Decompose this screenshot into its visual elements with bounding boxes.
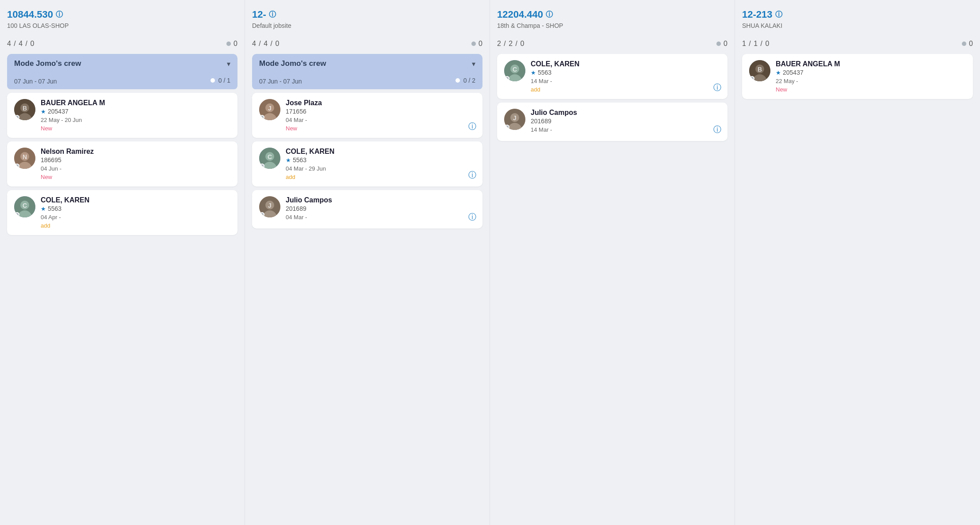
star-icon: ★	[41, 108, 46, 115]
avatar-status-dot	[260, 115, 264, 120]
column-col2: 12- ⓘ Default jobsite 4 / 4 / 0 0 Mode J…	[245, 0, 490, 525]
avatar-status-dot	[15, 212, 19, 217]
worker-info: Julio Campos 201689 14 Mar -	[531, 109, 720, 135]
svg-text:J: J	[268, 105, 272, 112]
crew-name: Mode Jomo's crew	[14, 59, 81, 68]
worker-name: BAUER ANGELA M	[776, 60, 966, 68]
worker-status-new: New	[286, 125, 475, 132]
stats-right: 0	[962, 40, 973, 48]
column-title-text: 10844.530	[7, 9, 53, 20]
column-header: 12204.440 ⓘ 18th & Champa - SHOP	[497, 9, 727, 34]
column-subtitle: SHUA KALAKI	[742, 22, 973, 29]
crew-dot	[211, 78, 215, 83]
worker-status-add: add	[286, 174, 475, 180]
worker-avatar: N	[14, 148, 35, 169]
column-info-icon[interactable]: ⓘ	[56, 10, 63, 19]
crew-count: 0 / 2	[456, 77, 475, 84]
worker-status-add: add	[531, 86, 720, 93]
status-dot	[962, 42, 966, 46]
worker-id: ★ 5563	[286, 156, 475, 164]
stats-right: 0	[471, 40, 482, 48]
worker-card[interactable]: N Nelson Ramirez 186695 04 Jun - New	[7, 141, 237, 186]
column-subtitle: 18th & Champa - SHOP	[497, 22, 727, 29]
chevron-down-icon[interactable]: ▾	[227, 60, 230, 68]
worker-avatar: B	[749, 60, 770, 81]
column-info-icon[interactable]: ⓘ	[775, 10, 782, 19]
crew-dates: 07 Jun - 07 Jun	[14, 78, 57, 85]
worker-dates: 22 May - 20 Jun	[41, 117, 230, 123]
star-icon: ★	[286, 157, 291, 164]
worker-card[interactable]: C COLE, KAREN ★ 5563 04 Mar - 29 Jun add…	[252, 141, 482, 186]
worker-card[interactable]: J Julio Campos 201689 14 Mar - ⓘ	[497, 103, 727, 141]
kanban-board: 10844.530 ⓘ 100 LAS OLAS-SHOP 4 / 4 / 0 …	[0, 0, 980, 525]
worker-info: Jose Plaza 171656 04 Mar - New	[286, 99, 475, 132]
worker-id: ★ 205437	[41, 108, 230, 115]
column-title-text: 12-	[252, 9, 266, 20]
avatar-status-dot	[260, 164, 264, 168]
worker-id: 186695	[41, 156, 230, 164]
worker-dates: 04 Jun -	[41, 165, 230, 172]
info-icon[interactable]: ⓘ	[468, 170, 476, 180]
worker-card[interactable]: C COLE, KAREN ★ 5563 14 Mar - add ⓘ	[497, 54, 727, 99]
stats-counts: 4 / 4 / 0	[252, 40, 279, 48]
info-icon[interactable]: ⓘ	[713, 124, 721, 135]
crew-dates-row: 07 Jun - 07 Jun 0 / 1	[14, 76, 230, 85]
avatar-status-dot	[505, 76, 509, 81]
column-title: 12- ⓘ	[252, 9, 482, 20]
column-title-text: 12204.440	[497, 9, 543, 20]
stats-counts: 2 / 2 / 0	[497, 40, 524, 48]
worker-id: ★ 5563	[531, 69, 720, 76]
column-header: 10844.530 ⓘ 100 LAS OLAS-SHOP	[7, 9, 237, 34]
worker-name: Jose Plaza	[286, 99, 475, 107]
info-icon[interactable]: ⓘ	[468, 121, 476, 132]
worker-id: 201689	[286, 205, 475, 212]
column-info-icon[interactable]: ⓘ	[269, 10, 276, 19]
info-icon[interactable]: ⓘ	[468, 212, 476, 222]
worker-dates: 22 May -	[776, 78, 966, 84]
worker-card[interactable]: B BAUER ANGELA M ★ 205437 22 May - 20 Ju…	[7, 93, 237, 138]
worker-avatar: J	[259, 99, 280, 120]
worker-card[interactable]: B BAUER ANGELA M ★ 205437 22 May - New	[742, 54, 973, 99]
worker-dates: 14 Mar -	[531, 78, 720, 84]
worker-avatar: J	[259, 196, 280, 217]
worker-status-new: New	[41, 174, 230, 180]
worker-avatar: B	[14, 99, 35, 120]
worker-status-new: New	[776, 86, 966, 93]
crew-count: 0 / 1	[211, 77, 230, 84]
crew-dates-row: 07 Jun - 07 Jun 0 / 2	[259, 76, 475, 85]
avatar-status-dot	[260, 212, 264, 217]
avatar-status-dot	[750, 76, 754, 81]
column-header: 12-213 ⓘ SHUA KALAKI	[742, 9, 973, 34]
avatar-status-dot	[15, 164, 19, 168]
info-icon[interactable]: ⓘ	[713, 82, 721, 93]
worker-info: COLE, KAREN ★ 5563 14 Mar - add	[531, 60, 720, 93]
crew-group-header[interactable]: Mode Jomo's crew ▾ 07 Jun - 07 Jun 0 / 1	[7, 54, 237, 89]
worker-info: Nelson Ramirez 186695 04 Jun - New	[41, 148, 230, 180]
column-info-icon[interactable]: ⓘ	[546, 10, 553, 19]
chevron-down-icon[interactable]: ▾	[472, 60, 475, 68]
column-col4: 12-213 ⓘ SHUA KALAKI 1 / 1 / 0 0 B BAUER…	[735, 0, 980, 525]
column-col3: 12204.440 ⓘ 18th & Champa - SHOP 2 / 2 /…	[490, 0, 735, 525]
svg-text:C: C	[23, 202, 27, 209]
svg-text:N: N	[23, 153, 27, 160]
worker-name: COLE, KAREN	[286, 148, 475, 156]
worker-avatar: C	[14, 196, 35, 217]
worker-id: 171656	[286, 108, 475, 115]
worker-card[interactable]: J Julio Campos 201689 04 Mar - ⓘ	[252, 190, 482, 228]
crew-name: Mode Jomo's crew	[259, 59, 326, 68]
worker-card[interactable]: J Jose Plaza 171656 04 Mar - New ⓘ	[252, 93, 482, 138]
column-title: 10844.530 ⓘ	[7, 9, 237, 20]
worker-id: ★ 5563	[41, 205, 230, 212]
column-stats: 4 / 4 / 0 0	[252, 40, 482, 48]
svg-text:C: C	[513, 66, 517, 73]
worker-dates: 04 Mar -	[286, 214, 475, 221]
crew-group-header[interactable]: Mode Jomo's crew ▾ 07 Jun - 07 Jun 0 / 2	[252, 54, 482, 89]
column-title: 12204.440 ⓘ	[497, 9, 727, 20]
svg-text:J: J	[268, 202, 272, 209]
worker-name: Julio Campos	[531, 109, 720, 117]
worker-name: COLE, KAREN	[41, 196, 230, 204]
worker-info: Julio Campos 201689 04 Mar -	[286, 196, 475, 222]
worker-card[interactable]: C COLE, KAREN ★ 5563 04 Apr - add	[7, 190, 237, 235]
svg-text:B: B	[23, 105, 27, 112]
worker-info: COLE, KAREN ★ 5563 04 Apr - add	[41, 196, 230, 229]
